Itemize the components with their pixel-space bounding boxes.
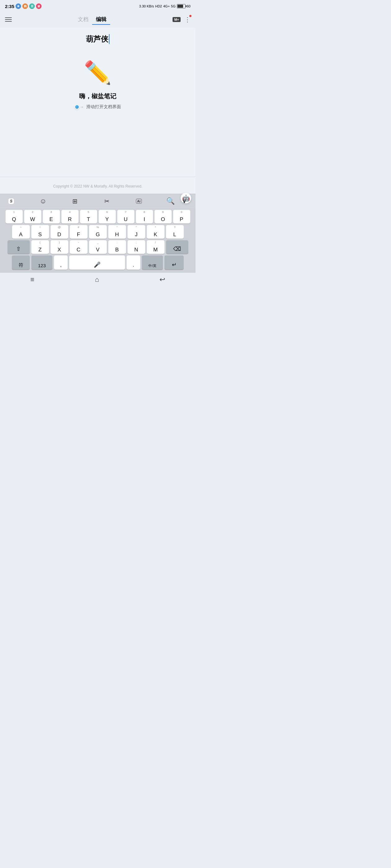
hamburger-line-1 — [5, 18, 12, 18]
status-right: 3.30 KB/s HD2 4G+ 5G 60 — [139, 4, 191, 8]
emoji-icon: ☺ — [40, 197, 47, 205]
status-icon-3: 至 — [29, 3, 35, 9]
key-w[interactable]: 2W — [24, 210, 41, 223]
doc-title[interactable]: 葫芦侠 — [86, 34, 110, 44]
scissors-icon: ✂ — [104, 197, 110, 205]
key-period[interactable]: . — [127, 255, 140, 270]
keyboard-row-1: 1Q 2W 3E 4R 5T 6Y 7U 8I 9O 0P — [1, 210, 194, 223]
slide-hint-text: 滑动打开文档界面 — [86, 104, 121, 110]
key-shift[interactable]: ⇧ — [7, 240, 30, 254]
key-m[interactable]: /M — [147, 240, 165, 254]
key-j[interactable]: "J — [128, 225, 145, 239]
key-d[interactable]: @D — [51, 225, 68, 239]
key-f[interactable]: #F — [70, 225, 87, 239]
slide-indicator: → — [75, 104, 84, 110]
key-enter[interactable]: ↵ — [165, 255, 184, 270]
copyright-text: Copyright © 2022 NW & Moriafly. All Righ… — [53, 184, 142, 188]
key-p[interactable]: 0P — [173, 210, 190, 223]
key-b[interactable]: :B — [108, 240, 126, 254]
search-tool[interactable]: 🔍 — [165, 196, 177, 207]
key-u[interactable]: 7U — [117, 210, 134, 223]
key-c[interactable]: -C — [70, 240, 87, 254]
keyboard: 1Q 2W 3E 4R 5T 6Y 7U 8I 9O 0P ~A !S @D #… — [0, 208, 196, 273]
key-g[interactable]: %G — [89, 225, 107, 239]
chevron-down-icon: ∨ — [182, 198, 186, 205]
red-dot-indicator — [189, 15, 192, 17]
sougou-icon: S — [8, 198, 14, 204]
slide-hint: → 滑动打开文档界面 — [75, 104, 121, 110]
hd-indicator: HD2 — [155, 4, 162, 8]
key-lang-switch[interactable]: 中/英 — [142, 255, 163, 270]
tab-edit[interactable]: 编辑 — [92, 14, 110, 25]
nav-tabs: 文档 编辑 — [74, 14, 110, 25]
doc-title-area: 葫芦侠 — [9, 34, 186, 44]
key-123[interactable]: 123 — [31, 255, 52, 270]
key-s[interactable]: !S — [31, 225, 49, 239]
more-icon: ⋮ — [184, 16, 191, 23]
keyboard-row-2: ~A !S @D #F %G "H "J *K ?L — [1, 225, 194, 239]
status-time: 2:35 — [5, 4, 14, 9]
tab-doc[interactable]: 文档 — [74, 14, 92, 25]
status-bar: 2:35 ❀ 购 至 摄 3.30 KB/s HD2 4G+ 5G 60 — [0, 0, 196, 11]
microphone-icon: 🎤 — [94, 261, 101, 268]
top-nav: 文档 编辑 M+ ⋮ — [0, 11, 196, 28]
key-comma[interactable]: , — [54, 255, 68, 270]
status-icon-2: 购 — [22, 3, 28, 9]
network-speed: 3.30 KB/s — [139, 4, 154, 8]
sougou-tool[interactable]: S — [5, 196, 18, 207]
bottom-nav-home-icon[interactable]: ⌂ — [95, 276, 99, 284]
slide-dot — [75, 104, 79, 110]
nav-right: M+ ⋮ — [172, 16, 191, 23]
signal-5g: 5G — [171, 4, 176, 8]
key-e[interactable]: 3E — [43, 210, 60, 223]
hamburger-menu[interactable] — [5, 18, 12, 22]
pencil-emoji: ✏️ — [84, 60, 112, 86]
key-o[interactable]: 9O — [155, 210, 172, 223]
key-x[interactable]: )X — [51, 240, 68, 254]
key-r[interactable]: 4R — [61, 210, 79, 223]
key-k[interactable]: *K — [147, 225, 165, 239]
md-badge[interactable]: M+ — [172, 17, 180, 22]
keyboard-toolbar: 🤖 S ☺ ⊞ ✂ Ai 🔍 ∨ — [0, 194, 196, 208]
ai-icon: Ai — [136, 199, 142, 204]
key-n[interactable]: ;N — [128, 240, 145, 254]
bottom-nav-menu-icon[interactable]: ≡ — [30, 276, 34, 284]
emoji-tool[interactable]: ☺ — [37, 196, 49, 207]
grid-tool[interactable]: ⊞ — [69, 196, 81, 207]
kb-right-tools: 🔍 ∨ — [165, 196, 191, 207]
empty-title: 嗨，椒盐笔记 — [79, 92, 116, 100]
empty-state: ✏️ 嗨，椒盐笔记 → 滑动打开文档界面 — [9, 53, 186, 122]
dismiss-keyboard-tool[interactable]: ∨ — [178, 196, 191, 207]
key-delete[interactable]: ⌫ — [166, 240, 188, 254]
key-l[interactable]: ?L — [166, 225, 184, 239]
copyright-area: Copyright © 2022 NW & Moriafly. All Righ… — [0, 177, 196, 194]
bottom-nav: ≡ ⌂ ↩ — [0, 273, 196, 286]
key-z[interactable]: (Z — [31, 240, 49, 254]
battery-level: 60 — [187, 4, 191, 8]
key-y[interactable]: 6Y — [99, 210, 116, 223]
key-v[interactable]: _V — [89, 240, 107, 254]
more-button[interactable]: ⋮ — [184, 16, 191, 23]
main-content: 葫芦侠 ✏️ 嗨，椒盐笔记 → 滑动打开文档界面 — [0, 28, 196, 177]
grid-icon: ⊞ — [72, 197, 78, 205]
key-space[interactable]: 🎤 — [69, 255, 125, 270]
hamburger-line-2 — [5, 19, 12, 20]
status-icon-4: 摄 — [36, 3, 41, 9]
key-h[interactable]: "H — [108, 225, 126, 239]
key-fu[interactable]: 符 — [12, 255, 30, 270]
scissors-tool[interactable]: ✂ — [101, 196, 113, 207]
battery-indicator — [177, 4, 186, 8]
keyboard-row-4: 符 123 , 🎤 . 中/英 ↵ — [1, 255, 194, 270]
slide-arrow-icon: → — [80, 105, 84, 109]
ai-tool[interactable]: Ai — [133, 196, 145, 207]
key-a[interactable]: ~A — [12, 225, 30, 239]
status-icon-1: ❀ — [16, 3, 21, 9]
key-q[interactable]: 1Q — [6, 210, 23, 223]
key-t[interactable]: 5T — [80, 210, 97, 223]
key-i[interactable]: 8I — [136, 210, 153, 223]
signal-4g: 4G+ — [163, 4, 170, 8]
bottom-nav-back-icon[interactable]: ↩ — [160, 276, 165, 284]
status-left: 2:35 ❀ 购 至 摄 — [5, 3, 41, 9]
keyboard-row-3: ⇧ (Z )X -C _V :B ;N /M ⌫ — [1, 240, 194, 254]
hamburger-line-3 — [5, 21, 12, 22]
